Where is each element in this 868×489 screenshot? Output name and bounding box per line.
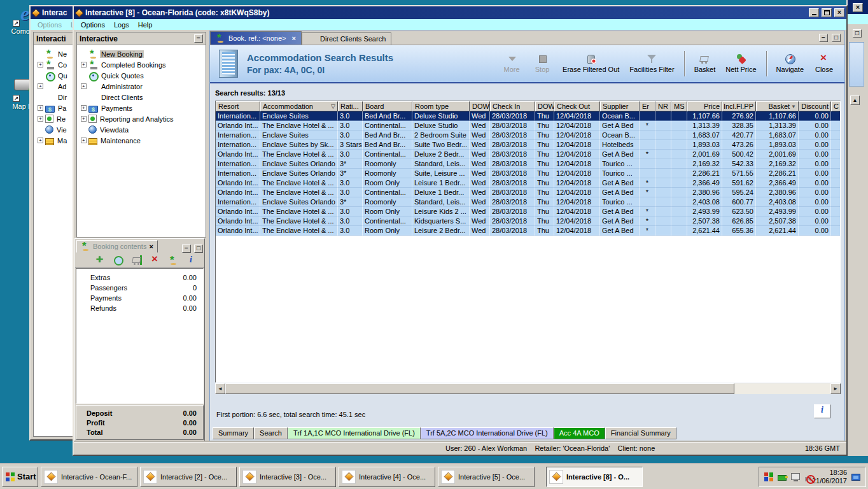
- menu-options[interactable]: Options: [33, 20, 66, 29]
- column-header-supplier[interactable]: Supplier: [600, 101, 640, 111]
- column-header-room-type[interactable]: Room type: [412, 101, 470, 111]
- table-row[interactable]: Orlando Int...The Enclave Hotel & ...3.0…: [216, 207, 840, 216]
- expand-icon[interactable]: +: [81, 116, 87, 122]
- taskbar-button-5[interactable]: Interactive [5] - Oce...: [438, 467, 535, 487]
- taskbar-button-6[interactable]: Interactive [8] - O...: [546, 467, 643, 487]
- quick-quote-icon[interactable]: [113, 255, 123, 265]
- scroll-right-button[interactable]: ►: [830, 383, 841, 394]
- table-row[interactable]: Orlando Int...The Enclave Hotel & ...3.0…: [216, 226, 840, 236]
- bottom-tab-acc-4a-mco[interactable]: Acc 4A MCO: [554, 427, 605, 439]
- table-row[interactable]: Orlando Int...The Enclave Hotel & ...3.0…: [216, 188, 840, 197]
- volume-muted-tray-icon[interactable]: [805, 477, 808, 481]
- antivirus-tray-icon[interactable]: [764, 472, 773, 481]
- sidebar-item-administrator[interactable]: +Administrator: [77, 81, 206, 92]
- table-row[interactable]: Orlando Int...The Enclave Hotel & ...3.0…: [216, 150, 840, 159]
- expand-icon[interactable]: +: [38, 138, 43, 143]
- table-row[interactable]: Internation...Enclave Suites Orlando3*Ro…: [216, 197, 840, 207]
- expand-icon[interactable]: +: [81, 62, 87, 67]
- table-row[interactable]: Internation...Enclave Suites Orlando3*Ro…: [216, 169, 840, 178]
- sidebar-item-viewdata[interactable]: Viewdata: [77, 124, 206, 135]
- sidebar-item-payments[interactable]: +Payments: [77, 103, 206, 113]
- minimize-button[interactable]: [809, 8, 819, 17]
- erase-filtered-out-button[interactable]: Erase Filtered Out: [559, 54, 623, 73]
- palm-tree-icon[interactable]: [169, 256, 178, 265]
- basket-button[interactable]: Basket: [690, 54, 720, 73]
- expand-icon[interactable]: +: [38, 83, 43, 89]
- expand-icon[interactable]: +: [81, 105, 87, 111]
- column-header-check-out[interactable]: Check Out: [554, 101, 600, 111]
- stop-button[interactable]: Stop: [528, 54, 556, 73]
- column-header-c[interactable]: C: [831, 101, 841, 111]
- nett-price-button[interactable]: Nett Price: [722, 54, 760, 73]
- scroll-up-button[interactable]: ▲: [850, 96, 860, 105]
- info-icon[interactable]: [186, 255, 197, 265]
- close-button[interactable]: ×: [853, 3, 863, 12]
- table-row[interactable]: Orlando Int...The Enclave Hotel & ...3.0…: [216, 216, 840, 226]
- menu-logs[interactable]: Logs: [109, 20, 134, 29]
- column-header-rati-[interactable]: Rati...: [338, 101, 363, 111]
- restore-panel-button[interactable]: □: [832, 34, 841, 42]
- column-header-er[interactable]: Er: [640, 101, 655, 111]
- close-tab-icon[interactable]: ×: [292, 34, 296, 42]
- background-right-titlebar[interactable]: ×: [848, 0, 868, 14]
- close-button[interactable]: Close: [810, 54, 838, 73]
- column-header-dow[interactable]: DOW: [535, 101, 554, 111]
- expand-icon[interactable]: +: [38, 62, 43, 67]
- collapse-panel-button[interactable]: −: [194, 34, 203, 43]
- column-header-board[interactable]: Board: [363, 101, 412, 111]
- bottom-tab-financial-summary[interactable]: Financial Summary: [605, 427, 676, 439]
- main-titlebar[interactable]: Interactive [8] - Ocean-Florida (code: x…: [74, 6, 846, 19]
- minimize-panel-button[interactable]: −: [182, 244, 191, 253]
- column-header-resort[interactable]: Resort: [216, 101, 260, 111]
- column-header-discount[interactable]: Discount: [799, 101, 831, 111]
- expand-icon[interactable]: +: [38, 116, 43, 122]
- table-row[interactable]: Orlando Int...The Enclave Hotel & ...3.0…: [216, 121, 840, 131]
- filter-icon[interactable]: ▽: [331, 103, 335, 110]
- expand-icon[interactable]: +: [81, 138, 87, 143]
- taskbar-button-2[interactable]: Interactive [2] - Oce...: [140, 467, 237, 487]
- maximize-button[interactable]: [822, 8, 832, 17]
- background-window-right-edge[interactable]: × □ ▲: [846, 0, 868, 456]
- bottom-tab-trf-5a-2c-mco-international-drive-fl-[interactable]: Trf 5A,2C MCO International Drive (FL): [421, 427, 554, 439]
- start-button[interactable]: Start: [2, 467, 38, 487]
- column-header-accommodation[interactable]: Accommodation▽: [260, 101, 338, 111]
- network-adapter-tray-icon[interactable]: [778, 475, 787, 481]
- table-row[interactable]: Internation...Enclave Suites by Sk...3 S…: [216, 140, 840, 150]
- info-button[interactable]: i: [814, 404, 830, 418]
- booking-contents-tab[interactable]: Booking contents ×: [76, 240, 158, 253]
- sidebar-item-maintenance[interactable]: +Maintenance: [77, 135, 206, 146]
- horizontal-scrollbar[interactable]: ◄ ►: [215, 383, 841, 394]
- sidebar-item-new-booking[interactable]: New Booking: [77, 48, 206, 59]
- table-row[interactable]: Orlando Int...The Enclave Hotel & ...3.0…: [216, 178, 840, 188]
- sidebar-item-completed-bookings[interactable]: +Completed Bookings: [77, 59, 206, 70]
- expand-icon[interactable]: +: [38, 105, 43, 111]
- close-icon[interactable]: ×: [149, 243, 153, 250]
- column-header-basket[interactable]: Basket▼: [756, 101, 799, 111]
- display-tray-icon[interactable]: [851, 474, 860, 481]
- menu-help[interactable]: Help: [134, 20, 157, 29]
- table-row[interactable]: Internation...Enclave Suites Orlando3*Ro…: [216, 159, 840, 169]
- column-header-incl-fl-pp[interactable]: Incl.Fl.PP: [722, 101, 756, 111]
- column-header-nr[interactable]: NR: [655, 101, 671, 111]
- close-button[interactable]: ×: [834, 8, 844, 17]
- sidebar-item-quick-quotes[interactable]: Quick Quotes: [77, 70, 206, 81]
- sidebar-item-reporting-and-analytics[interactable]: +Reporting and Analytics: [77, 113, 206, 124]
- move-to-basket-icon[interactable]: [132, 255, 142, 265]
- column-header-price[interactable]: Price: [687, 101, 722, 111]
- minimize-panel-button[interactable]: −: [819, 34, 828, 42]
- scrollbar-thumb[interactable]: [225, 383, 734, 394]
- taskbar-button-4[interactable]: Interactive [4] - Oce...: [339, 467, 435, 487]
- table-row[interactable]: Internation...Enclave Suites3.0Bed And B…: [216, 131, 840, 140]
- more-button[interactable]: More: [498, 54, 526, 73]
- taskbar-button-3[interactable]: Interactive [3] - Oce...: [239, 467, 336, 487]
- delete-item-icon[interactable]: [150, 255, 160, 265]
- network-tray-icon[interactable]: [791, 473, 800, 480]
- column-header-ms[interactable]: MS: [671, 101, 687, 111]
- menu-options[interactable]: Options: [76, 20, 109, 29]
- bottom-tab-search[interactable]: Search: [254, 427, 288, 439]
- sidebar-item-direct-clients[interactable]: Direct Clients: [77, 92, 206, 103]
- tab-booking-ref[interactable]: Book. ref.: <none>×: [210, 31, 302, 45]
- table-row[interactable]: Internation...Enclave Suites3.0Bed And B…: [216, 111, 840, 121]
- navigate-button[interactable]: Navigate: [773, 54, 808, 73]
- bottom-tab-trf-1a-1c-mco-international-drive-fl-[interactable]: Trf 1A,1C MCO International Drive (FL): [288, 427, 421, 439]
